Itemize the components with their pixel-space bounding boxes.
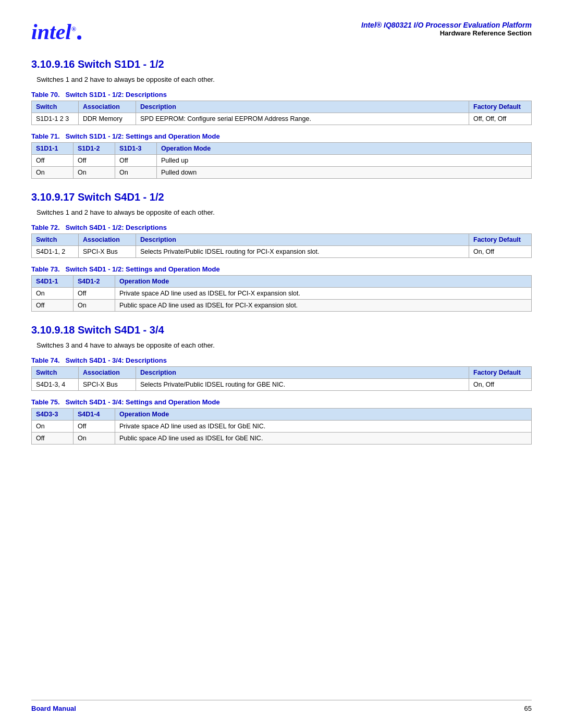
table70-header-switch: Switch xyxy=(32,101,79,113)
table-row: S4D1-3, 4 SPCI-X Bus Selects Private/Pub… xyxy=(32,379,532,391)
table72-switch: S4D1-1, 2 xyxy=(32,246,79,258)
table72-header-factory: Factory Default xyxy=(469,234,532,246)
section-heading-3-10-9-17: 3.10.9.17 Switch S4D1 - 1/2 xyxy=(31,191,532,203)
footer-page-number: 65 xyxy=(524,705,532,712)
table75-s4d3-3-r1: Off xyxy=(32,433,74,445)
table70-assoc: DDR Memory xyxy=(79,113,136,125)
table72-assoc: SPCI-X Bus xyxy=(79,246,136,258)
table71: S1D1-1 S1D1-2 S1D1-3 Operation Mode Off … xyxy=(31,142,532,179)
page-footer: Board Manual 65 xyxy=(31,700,532,712)
table71-opmode-r0: Pulled up xyxy=(157,155,532,167)
table73-header-opmode: Operation Mode xyxy=(115,276,532,288)
section-intro-3-10-9-18: Switches 3 and 4 have to always be oppos… xyxy=(36,341,532,349)
section-3-10-9-18: 3.10.9.18 Switch S4D1 - 3/4 Switches 3 a… xyxy=(31,324,532,445)
table73-header-s4d1-1: S4D1-1 xyxy=(32,276,74,288)
table75-s4d1-4-r0: Off xyxy=(74,421,115,433)
page-header: intel® Intel® IQ80321 I/O Processor Eval… xyxy=(31,21,532,43)
table75-s4d3-3-r0: On xyxy=(32,421,74,433)
table74-header-desc: Description xyxy=(136,367,469,379)
table75-opmode-r0: Private space AD line used as IDSEL for … xyxy=(115,421,532,433)
table-row: S1D1-1 2 3 DDR Memory SPD EEPROM: Config… xyxy=(32,113,532,125)
section-heading-3-10-9-16: 3.10.9.16 Switch S1D1 - 1/2 xyxy=(31,58,532,70)
table70-desc: SPD EEPROM: Configure serial EEPROM Addr… xyxy=(136,113,469,125)
table74-switch: S4D1-3, 4 xyxy=(32,379,79,391)
table75-header-opmode: Operation Mode xyxy=(115,409,532,421)
table73-s4d1-2-r0: Off xyxy=(74,288,115,300)
table70: Switch Association Description Factory D… xyxy=(31,101,532,125)
section-3-10-9-16: 3.10.9.16 Switch S1D1 - 1/2 Switches 1 a… xyxy=(31,58,532,179)
table74-header-switch: Switch xyxy=(32,367,79,379)
header-subtitle: Hardware Reference Section xyxy=(361,29,532,37)
table72-factory: On, Off xyxy=(469,246,532,258)
header-title: Intel® IQ80321 I/O Processor Evaluation … xyxy=(361,21,532,29)
table-row: On On On Pulled down xyxy=(32,167,532,179)
table-row: S4D1-1, 2 SPCI-X Bus Selects Private/Pub… xyxy=(32,246,532,258)
table70-header-assoc: Association xyxy=(79,101,136,113)
section-intro-3-10-9-16: Switches 1 and 2 have to always be oppos… xyxy=(36,76,532,83)
section-heading-3-10-9-18: 3.10.9.18 Switch S4D1 - 3/4 xyxy=(31,324,532,336)
table74-header-factory: Factory Default xyxy=(469,367,532,379)
table71-header-s1d1-2: S1D1-2 xyxy=(74,143,115,155)
table71-s1d1-3-r1: On xyxy=(115,167,157,179)
table-row: On Off Private space AD line used as IDS… xyxy=(32,288,532,300)
table74-header-assoc: Association xyxy=(79,367,136,379)
table74: Switch Association Description Factory D… xyxy=(31,366,532,391)
table75-label: Table 75. Switch S4D1 - 3/4: Settings an… xyxy=(31,398,532,406)
table-row: Off Off Off Pulled up xyxy=(32,155,532,167)
table72-desc: Selects Private/Public IDSEL routing for… xyxy=(136,246,469,258)
table70-switch: S1D1-1 2 3 xyxy=(32,113,79,125)
table70-header-desc: Description xyxy=(136,101,469,113)
table-row: Off On Public space AD line used as IDSE… xyxy=(32,300,532,312)
table72-header-assoc: Association xyxy=(79,234,136,246)
table75: S4D3-3 S4D1-4 Operation Mode On Off Priv… xyxy=(31,408,532,445)
table73-s4d1-2-r1: On xyxy=(74,300,115,312)
table71-header-opmode: Operation Mode xyxy=(157,143,532,155)
table-row: Off On Public space AD line used as IDSE… xyxy=(32,433,532,445)
table71-s1d1-3-r0: Off xyxy=(115,155,157,167)
table71-s1d1-1-r1: On xyxy=(32,167,74,179)
table72-header-desc: Description xyxy=(136,234,469,246)
section-3-10-9-17: 3.10.9.17 Switch S4D1 - 1/2 Switches 1 a… xyxy=(31,191,532,312)
table73-label: Table 73. Switch S4D1 - 1/2: Settings an… xyxy=(31,265,532,273)
table70-header-factory: Factory Default xyxy=(469,101,532,113)
table73-opmode-r0: Private space AD line used as IDSEL for … xyxy=(115,288,532,300)
table70-label: Table 70. Switch S1D1 - 1/2: Description… xyxy=(31,91,532,98)
header-right: Intel® IQ80321 I/O Processor Evaluation … xyxy=(361,21,532,37)
table71-label: Table 71. Switch S1D1 - 1/2: Settings an… xyxy=(31,132,532,140)
table73-s4d1-1-r1: Off xyxy=(32,300,74,312)
table72-header-switch: Switch xyxy=(32,234,79,246)
table73: S4D1-1 S4D1-2 Operation Mode On Off Priv… xyxy=(31,275,532,312)
table73-s4d1-1-r0: On xyxy=(32,288,74,300)
table71-s1d1-2-r1: On xyxy=(74,167,115,179)
table-row: On Off Private space AD line used as IDS… xyxy=(32,421,532,433)
section-intro-3-10-9-17: Switches 1 and 2 have to always be oppos… xyxy=(36,208,532,216)
table73-opmode-r1: Public space AD line used as IDSEL for P… xyxy=(115,300,532,312)
table71-header-s1d1-1: S1D1-1 xyxy=(32,143,74,155)
table75-header-s4d3-3: S4D3-3 xyxy=(32,409,74,421)
table74-assoc: SPCI-X Bus xyxy=(79,379,136,391)
table72-label: Table 72. Switch S4D1 - 1/2: Description… xyxy=(31,224,532,231)
table71-s1d1-1-r0: Off xyxy=(32,155,74,167)
table71-opmode-r1: Pulled down xyxy=(157,167,532,179)
table75-header-s4d1-4: S4D1-4 xyxy=(74,409,115,421)
table74-factory: On, Off xyxy=(469,379,532,391)
intel-logo: intel® xyxy=(31,21,81,43)
table71-header-s1d1-3: S1D1-3 xyxy=(115,143,157,155)
table74-label: Table 74. Switch S4D1 - 3/4: Description… xyxy=(31,356,532,364)
table73-header-s4d1-2: S4D1-2 xyxy=(74,276,115,288)
table75-opmode-r1: Public space AD line used as IDSEL for G… xyxy=(115,433,532,445)
table74-desc: Selects Private/Public IDSEL routing for… xyxy=(136,379,469,391)
table72: Switch Association Description Factory D… xyxy=(31,233,532,258)
footer-board-manual: Board Manual xyxy=(31,705,76,712)
table75-s4d1-4-r1: On xyxy=(74,433,115,445)
table71-s1d1-2-r0: Off xyxy=(74,155,115,167)
table70-factory: Off, Off, Off xyxy=(469,113,532,125)
